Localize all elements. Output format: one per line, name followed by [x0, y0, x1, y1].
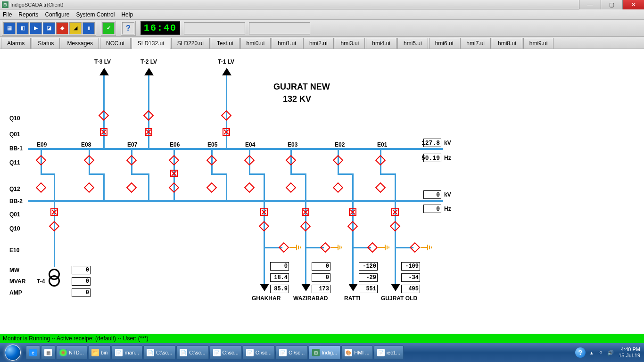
- tab-hmi9[interactable]: hmi9.ui: [523, 38, 554, 49]
- ghakhar-q10[interactable]: [259, 221, 270, 232]
- tb-btn-2[interactable]: ◧: [17, 22, 29, 34]
- tb-field-2: [249, 22, 310, 34]
- tab-messages[interactable]: Messages: [61, 38, 99, 49]
- tb-ack-button[interactable]: ✔: [102, 22, 115, 34]
- minimize-button[interactable]: —: [579, 0, 601, 9]
- tb-btn-3[interactable]: ▶: [30, 22, 42, 34]
- wazirabad-amp: 173: [312, 285, 330, 293]
- e08-q12[interactable]: [84, 182, 95, 193]
- brk-t3-q01[interactable]: [100, 128, 107, 136]
- tray-help-icon[interactable]: ?: [575, 347, 586, 358]
- tray-show-hidden-icon[interactable]: ▴: [590, 350, 593, 356]
- tab-hmi1[interactable]: hmi1.ui: [272, 38, 302, 49]
- ratti-q01[interactable]: [349, 208, 356, 216]
- tab-hmi6[interactable]: hmi6.ui: [429, 38, 460, 49]
- tab-hmi5[interactable]: hmi5.ui: [397, 38, 428, 49]
- tb-btn-7[interactable]: ⏸: [83, 22, 95, 34]
- tb-btn-5[interactable]: ◆: [56, 22, 68, 34]
- brk-t2-q01[interactable]: [145, 128, 152, 136]
- maximize-button[interactable]: ▢: [601, 0, 622, 9]
- taskbar-calc[interactable]: ▦: [41, 346, 55, 360]
- menu-system-control[interactable]: System Control: [76, 11, 115, 18]
- tray-clock[interactable]: 4:40 PM 15-Jul-19: [619, 346, 640, 359]
- ghakhar-earth-iso[interactable]: [279, 242, 289, 253]
- e02-q12[interactable]: [333, 182, 344, 193]
- tab-sld220[interactable]: SLD220.ui: [171, 38, 210, 49]
- taskbar-item-sc3[interactable]: 📄C:\sc...: [210, 346, 242, 360]
- wazirabad-q10[interactable]: [300, 221, 311, 232]
- taskbar-item-sc4[interactable]: 📄C:\sc...: [243, 346, 275, 360]
- wazirabad-q01[interactable]: [302, 208, 309, 216]
- tab-hmi0[interactable]: hmi0.ui: [240, 38, 271, 49]
- taskbar-item-ntd[interactable]: NTD...: [56, 346, 87, 360]
- gujratold-q01[interactable]: [391, 208, 399, 216]
- tray-network-icon[interactable]: ⚐: [598, 350, 603, 356]
- lbl-q10b: Q10: [9, 225, 20, 232]
- tab-status[interactable]: Status: [32, 38, 60, 49]
- gujratold-amp: 495: [401, 285, 420, 293]
- taskbar-item-bin[interactable]: 📁bin: [88, 346, 111, 360]
- tab-hmi3[interactable]: hmi3.ui: [335, 38, 365, 49]
- e06-q11[interactable]: [169, 155, 180, 166]
- e09-q12[interactable]: [36, 182, 47, 193]
- e08-q11[interactable]: [84, 155, 95, 166]
- lbl-q01: Q01: [9, 131, 20, 138]
- e04-q11[interactable]: [244, 155, 255, 166]
- e07-q12[interactable]: [126, 182, 137, 193]
- taskbar-item-iec1[interactable]: 📄iec1...: [374, 346, 404, 360]
- start-button[interactable]: [0, 343, 25, 362]
- menu-help[interactable]: Help: [121, 11, 133, 18]
- taskbar-item-hmi[interactable]: 🎨HMI ...: [341, 346, 372, 360]
- taskbar-item-man[interactable]: 📄man...: [112, 346, 142, 360]
- ghakhar-q01[interactable]: [260, 208, 268, 216]
- e09-q11[interactable]: [36, 155, 47, 166]
- tb-help-button[interactable]: ?: [122, 22, 134, 34]
- e09-out-q10[interactable]: [49, 221, 60, 232]
- e02-q11[interactable]: [333, 155, 344, 166]
- taskbar-item-sc2[interactable]: 📄C:\sc...: [176, 346, 208, 360]
- taskbar-ie[interactable]: e: [26, 346, 40, 360]
- e08-v2: [103, 173, 105, 201]
- lbl-q10: Q10: [9, 115, 20, 122]
- tab-test[interactable]: Test.ui: [211, 38, 239, 49]
- tab-hmi7[interactable]: hmi7.ui: [460, 38, 491, 49]
- e04-q12[interactable]: [244, 182, 255, 193]
- lbl-e07: E07: [127, 141, 137, 148]
- tray-volume-icon[interactable]: 🔊: [607, 350, 614, 356]
- e07-q11[interactable]: [126, 155, 137, 166]
- e06-q12[interactable]: [169, 182, 180, 193]
- e09-out-q01[interactable]: [50, 208, 58, 216]
- e06-brk[interactable]: [170, 170, 178, 177]
- iso-t1-q10[interactable]: [221, 110, 232, 121]
- e01-q11[interactable]: [375, 155, 386, 166]
- tb-btn-6[interactable]: ◢: [69, 22, 82, 34]
- menu-file[interactable]: File: [3, 11, 12, 18]
- e05-q12[interactable]: [206, 182, 217, 193]
- close-button[interactable]: ✕: [622, 0, 644, 9]
- tab-hmi2[interactable]: hmi2.ui: [303, 38, 334, 49]
- tab-hmi4[interactable]: hmi4.ui: [366, 38, 396, 49]
- tab-alarms[interactable]: Alarms: [1, 38, 31, 49]
- taskbar-item-sc5[interactable]: 📄C:\sc...: [276, 346, 308, 360]
- iso-t2-q10[interactable]: [143, 110, 154, 121]
- tb-btn-1[interactable]: ▦: [3, 22, 16, 34]
- ratti-q10[interactable]: [347, 221, 358, 232]
- e01-q12[interactable]: [375, 182, 386, 193]
- wazirabad-earth-iso[interactable]: [320, 242, 331, 253]
- iso-t3-q10[interactable]: [99, 110, 109, 121]
- gujratold-q10[interactable]: [390, 221, 401, 232]
- e03-q11[interactable]: [286, 155, 297, 166]
- menu-configure[interactable]: Configure: [45, 11, 69, 18]
- tab-sld132[interactable]: SLD132.ui: [132, 38, 170, 49]
- brk-t1-q01[interactable]: [223, 128, 230, 136]
- tb-btn-4[interactable]: ◪: [43, 22, 55, 34]
- menu-reports[interactable]: Reports: [18, 11, 38, 18]
- taskbar-item-sc1[interactable]: 📄C:\sc...: [143, 346, 175, 360]
- tab-hmi8[interactable]: hmi8.ui: [492, 38, 522, 49]
- e03-q12[interactable]: [286, 182, 297, 193]
- e05-q11[interactable]: [206, 155, 217, 166]
- tab-ncc[interactable]: NCC.ui: [100, 38, 131, 49]
- taskbar-item-indigo[interactable]: ⊞Indig...: [309, 346, 340, 360]
- ratti-earth-iso[interactable]: [367, 242, 378, 253]
- gujratold-earth-iso[interactable]: [410, 242, 421, 253]
